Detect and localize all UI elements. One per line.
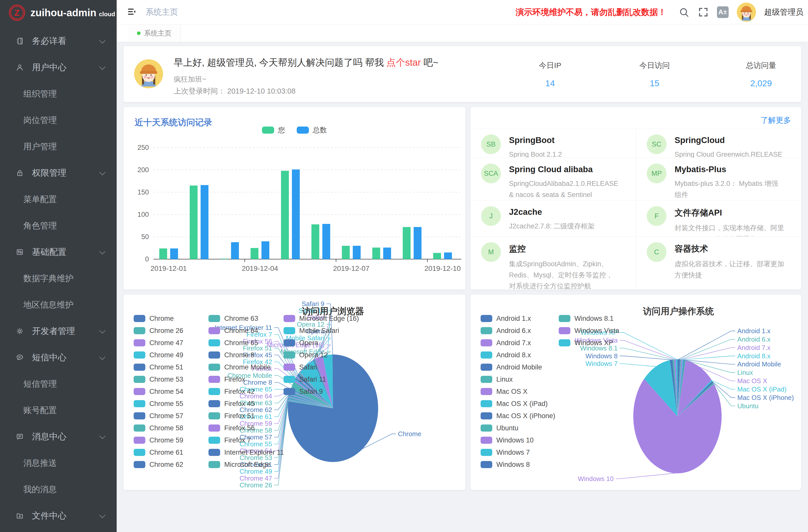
legend-label: Chrome 55 [149, 400, 183, 408]
user-avatar[interactable] [737, 2, 756, 22]
language-switch-icon[interactable]: A文 [717, 6, 729, 18]
legend-item-Chrome 62[interactable]: Chrome 62 [134, 458, 204, 471]
legend-item-Chrome 64[interactable]: Chrome 64 [208, 325, 279, 337]
legend-item-Mac OS X (iPad)[interactable]: Mac OS X (iPad) [481, 398, 555, 410]
bar-您-2019-12-04[interactable] [251, 248, 258, 259]
sidebar-subitem[interactable]: 岗位管理 [0, 107, 117, 133]
star-link[interactable]: 点个star [386, 57, 421, 68]
bar-您-2019-12-05[interactable] [281, 171, 289, 259]
legend-item-Windows 8[interactable]: Windows 8 [481, 458, 555, 471]
legend-item-Windows XP[interactable]: Windows XP [559, 337, 633, 349]
legend-item-Safari[interactable]: Safari [283, 361, 354, 373]
bar-总数-2019-12-02[interactable] [201, 185, 208, 259]
bar-总数-2019-12-01[interactable] [170, 249, 178, 259]
legend-item-Chrome 57[interactable]: Chrome 57 [134, 410, 204, 422]
legend-item-Opera[interactable]: Opera [283, 337, 354, 349]
legend-item-Android 6.x[interactable]: Android 6.x [481, 325, 555, 337]
sidebar-item-lock[interactable]: 权限管理 [0, 160, 117, 186]
bar-您-2019-12-09[interactable] [403, 227, 410, 259]
legend-item-Windows 10[interactable]: Windows 10 [481, 434, 555, 446]
bar-legend-您[interactable]: 您 [262, 125, 285, 135]
legend-item-Internet Explorer 11[interactable]: Internet Explorer 11 [208, 446, 279, 458]
legend-item-Chrome 59[interactable]: Chrome 59 [134, 434, 204, 446]
legend-item-Firefox 42[interactable]: Firefox 42 [208, 385, 279, 398]
legend-item-Chrome 53[interactable]: Chrome 53 [134, 373, 204, 385]
sidebar-item-user[interactable]: 用户中心 [0, 54, 117, 81]
bar-您-2019-12-08[interactable] [372, 247, 380, 259]
legend-item-Chrome 65[interactable]: Chrome 65 [208, 337, 279, 349]
legend-item-Chrome 63[interactable]: Chrome 63 [208, 312, 279, 325]
legend-item-Firefox 45[interactable]: Firefox 45 [208, 398, 279, 410]
bar-总数-2019-12-06[interactable] [322, 224, 330, 259]
legend-item-Ubuntu[interactable]: Ubuntu [481, 422, 555, 434]
sidebar-toggle-icon[interactable] [127, 6, 137, 18]
legend-item-Windows Vista[interactable]: Windows Vista [559, 325, 633, 337]
legend-item-Chrome 58[interactable]: Chrome 58 [134, 422, 204, 434]
legend-item-Firefox 7[interactable]: Firefox 7 [208, 434, 279, 446]
legend-item-Mobile Safari[interactable]: Mobile Safari [283, 325, 354, 337]
legend-item-Linux[interactable]: Linux [481, 373, 555, 385]
legend-item-Chrome 49[interactable]: Chrome 49 [134, 349, 204, 361]
legend-item-Windows 8.1[interactable]: Windows 8.1 [559, 312, 633, 325]
legend-item-Firefox 51[interactable]: Firefox 51 [208, 410, 279, 422]
username[interactable]: 超级管理员 [764, 7, 804, 18]
legend-item-Mac OS X (iPhone)[interactable]: Mac OS X (iPhone) [481, 410, 555, 422]
legend-item-Opera 12[interactable]: Opera 12 [283, 349, 354, 361]
bar-总数-2019-12-07[interactable] [353, 246, 361, 259]
bar-您-2019-12-02[interactable] [190, 186, 198, 259]
sidebar-item-chat[interactable]: 短信中心 [0, 344, 117, 371]
sidebar-subitem[interactable]: 菜单配置 [0, 186, 117, 213]
sidebar-subitem[interactable]: 用户管理 [0, 133, 117, 160]
legend-item-Android 8.x[interactable]: Android 8.x [481, 349, 555, 361]
search-icon[interactable] [678, 6, 690, 18]
legend-item-Android 7.x[interactable]: Android 7.x [481, 337, 555, 349]
bar-总数-2019-12-09[interactable] [414, 227, 422, 259]
bar-您-2019-12-03[interactable] [220, 259, 228, 259]
bar-legend-总数[interactable]: 总数 [297, 125, 327, 135]
sidebar-item-sliders[interactable]: 基础配置 [0, 239, 117, 265]
legend-item-Firefox[interactable]: Firefox [208, 373, 279, 385]
bar-总数-2019-12-05[interactable] [292, 169, 300, 259]
sidebar-item-gear[interactable]: 开发者管理 [0, 318, 117, 344]
bar-您-2019-12-01[interactable] [159, 249, 167, 259]
fullscreen-icon[interactable] [698, 6, 709, 18]
sidebar-subitem[interactable]: 组织管理 [0, 81, 117, 107]
bar-总数-2019-12-04[interactable] [261, 241, 269, 259]
legend-item-Chrome 55[interactable]: Chrome 55 [134, 398, 204, 410]
legend-item-Android 1.x[interactable]: Android 1.x [481, 312, 555, 325]
sidebar-subitem[interactable]: 数据字典维护 [0, 265, 117, 292]
legend-item-Chrome 26[interactable]: Chrome 26 [134, 325, 204, 337]
legend-item-Firefox 56[interactable]: Firefox 56 [208, 422, 279, 434]
sidebar-subitem[interactable]: 消息推送 [0, 450, 117, 476]
legend-item-Chrome[interactable]: Chrome [134, 312, 204, 325]
tab-home[interactable]: 系统主页 [128, 24, 181, 42]
learn-more-link[interactable]: 了解更多 [760, 115, 791, 126]
sidebar-subitem[interactable]: 我的消息 [0, 476, 117, 502]
legend-item-Chrome 51[interactable]: Chrome 51 [134, 361, 204, 373]
legend-item-Chrome 54[interactable]: Chrome 54 [134, 385, 204, 398]
bar-您-2019-12-07[interactable] [342, 246, 350, 259]
legend-item-Chrome 47[interactable]: Chrome 47 [134, 337, 204, 349]
bar-总数-2019-12-08[interactable] [383, 247, 391, 259]
sidebar-item-folder-add[interactable]: 文件中心 [0, 502, 117, 529]
legend-item-Microsoft Edge[interactable]: Microsoft Edge [208, 458, 279, 471]
sidebar-subitem[interactable]: 短信管理 [0, 371, 117, 397]
legend-item-Mac OS X[interactable]: Mac OS X [481, 385, 555, 398]
sidebar-subitem-label: 组织管理 [23, 88, 57, 100]
legend-item-Android Mobile[interactable]: Android Mobile [481, 361, 555, 373]
bar-您-2019-12-06[interactable] [311, 224, 319, 259]
sidebar-subitem[interactable]: 角色管理 [0, 213, 117, 239]
legend-item-Safari 11[interactable]: Safari 11 [283, 373, 354, 385]
legend-item-Safari 9[interactable]: Safari 9 [283, 385, 354, 398]
legend-item-Chrome 61[interactable]: Chrome 61 [134, 446, 204, 458]
sidebar-item-message[interactable]: 消息中心 [0, 423, 117, 450]
sidebar-subitem[interactable]: 地区信息维护 [0, 292, 117, 318]
sidebar-subitem[interactable]: 账号配置 [0, 397, 117, 423]
legend-item-Chrome 8[interactable]: Chrome 8 [208, 349, 279, 361]
bar-总数-2019-12-03[interactable] [231, 242, 239, 259]
bar-您-2019-12-10[interactable] [433, 253, 441, 259]
legend-item-Windows 7[interactable]: Windows 7 [481, 446, 555, 458]
sidebar-item-notebook[interactable]: 务必详看 [0, 28, 117, 54]
bar-总数-2019-12-10[interactable] [444, 253, 452, 259]
legend-item-Chrome Mobile[interactable]: Chrome Mobile [208, 361, 279, 373]
